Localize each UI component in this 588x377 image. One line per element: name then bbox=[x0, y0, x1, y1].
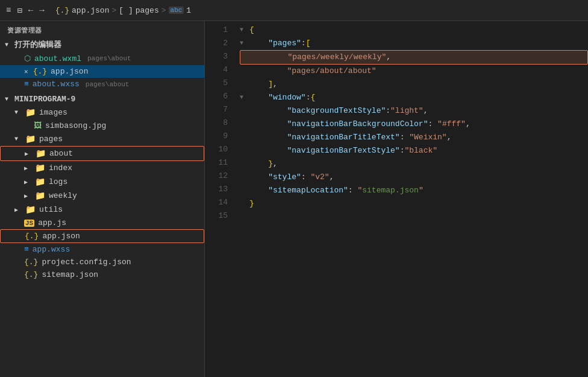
folder-name: weekly bbox=[49, 191, 77, 200]
editor-area: 1 2 3 4 5 6 7 8 9 10 11 12 13 14 15 bbox=[205, 21, 588, 377]
fold-arrow-1[interactable] bbox=[240, 24, 247, 37]
folder-icon: 📁 bbox=[36, 148, 46, 159]
code-token bbox=[249, 118, 287, 131]
breadcrumb-sep-1: > bbox=[111, 6, 116, 15]
ln-1: 1 bbox=[205, 24, 228, 37]
logs-chevron bbox=[24, 179, 31, 186]
file-name: about.wxml bbox=[34, 54, 81, 63]
top-bar-icons: ≡ ⊟ ← → bbox=[6, 5, 45, 16]
file-name: about.wxss bbox=[33, 80, 80, 89]
close-icon[interactable]: ✕ bbox=[24, 68, 28, 75]
breadcrumb-abc-icon: abc bbox=[169, 7, 184, 14]
folder-name: images bbox=[39, 108, 67, 117]
project-section: MINIPROGRAM-9 📁 images 🖼 simbasong.jpg 📁… bbox=[0, 93, 204, 281]
open-editors-section: 打开的编辑器 ⬡ about.wxml pages\about ✕ {.} ap… bbox=[0, 37, 204, 90]
json-icon: {.} bbox=[25, 232, 39, 241]
sidebar-item-simbasong[interactable]: 🖼 simbasong.jpg bbox=[0, 119, 204, 132]
code-token bbox=[249, 144, 287, 157]
sidebar-item-utils[interactable]: 📁 utils bbox=[0, 203, 204, 217]
code-token bbox=[249, 184, 268, 197]
ln-4: 4 bbox=[205, 63, 228, 77]
code-token: , bbox=[447, 131, 452, 144]
sidebar-item-images[interactable]: 📁 images bbox=[0, 106, 204, 119]
folder-icon: 📁 bbox=[25, 204, 36, 215]
code-token bbox=[249, 78, 268, 91]
code-line-15 bbox=[240, 211, 588, 224]
file-name: simbasong.jpg bbox=[45, 121, 106, 130]
image-icon: 🖼 bbox=[34, 121, 42, 130]
folder-icon: 📁 bbox=[35, 191, 45, 201]
folder-name: utils bbox=[39, 205, 63, 214]
file-name: app.json bbox=[42, 232, 80, 241]
sidebar-item-app-json[interactable]: {.} app.json bbox=[0, 229, 204, 243]
code-token: "pages/about/about" bbox=[287, 65, 376, 78]
back-icon[interactable]: ← bbox=[28, 5, 33, 15]
sidebar-item-app-js[interactable]: JS app.js bbox=[0, 217, 204, 229]
ln-8: 8 bbox=[205, 116, 228, 130]
menu-icon[interactable]: ≡ bbox=[6, 5, 11, 15]
folder-name: index bbox=[49, 163, 72, 173]
js-icon: JS bbox=[24, 220, 34, 227]
code-token: : bbox=[306, 91, 311, 104]
code-token: sitemap.json bbox=[362, 184, 419, 197]
code-line-4: "pages/about/about" bbox=[240, 65, 588, 78]
sidebar-item-about-wxss[interactable]: ≡ about.wxss pages\about bbox=[0, 78, 204, 90]
wxss-icon: ≡ bbox=[24, 245, 29, 254]
folder-icon: 📁 bbox=[35, 163, 45, 173]
project-label: MINIPROGRAM-9 bbox=[14, 95, 75, 104]
code-token: , bbox=[424, 104, 428, 118]
code-line-1: { bbox=[240, 24, 588, 37]
sidebar-item-index[interactable]: 📁 index bbox=[0, 161, 204, 175]
folder-name: logs bbox=[49, 177, 67, 186]
open-editors-chevron bbox=[5, 42, 12, 48]
code-token: } bbox=[268, 157, 273, 171]
utils-chevron bbox=[14, 206, 22, 214]
sidebar-item-project-config[interactable]: {.} project.config.json bbox=[0, 256, 204, 268]
file-name: app.js bbox=[38, 218, 66, 227]
code-token: : bbox=[428, 118, 437, 131]
sidebar-item-app-wxss[interactable]: ≡ app.wxss bbox=[0, 243, 204, 256]
open-editors-header[interactable]: 打开的编辑器 bbox=[0, 37, 204, 52]
json-icon: {.} bbox=[33, 67, 47, 76]
code-line-12: "style" : "v2" , bbox=[240, 171, 588, 184]
breadcrumb-array-icon: [ ] bbox=[119, 6, 133, 15]
breadcrumb-pages[interactable]: pages bbox=[136, 6, 159, 15]
code-line-7: "backgroundTextStyle" : "light" , bbox=[240, 104, 588, 118]
code-line-8: "navigationBarBackgroundColor" : "#fff" … bbox=[240, 118, 588, 131]
ln-12: 12 bbox=[205, 169, 228, 183]
code-token bbox=[250, 51, 287, 64]
sidebar-item-weekly[interactable]: 📁 weekly bbox=[0, 189, 204, 203]
code-token: { bbox=[310, 91, 315, 104]
folder-name: about bbox=[49, 149, 73, 158]
forward-icon[interactable]: → bbox=[39, 5, 44, 15]
code-token: : bbox=[301, 37, 306, 50]
ln-5: 5 bbox=[205, 77, 228, 90]
sidebar-item-about-wxml[interactable]: ⬡ about.wxml pages\about bbox=[0, 52, 204, 65]
ln-11: 11 bbox=[205, 156, 228, 169]
wxss-icon: ≡ bbox=[24, 80, 29, 89]
list-icon[interactable]: ⊟ bbox=[17, 5, 22, 16]
code-token: "navigationBarTitleText" bbox=[287, 131, 399, 144]
project-header[interactable]: MINIPROGRAM-9 bbox=[0, 93, 204, 106]
sidebar-item-app-json-open[interactable]: ✕ {.} app.json bbox=[0, 65, 204, 78]
ln-10: 10 bbox=[205, 143, 228, 156]
breadcrumb-index[interactable]: 1 bbox=[186, 6, 191, 15]
code-token: , bbox=[273, 157, 278, 171]
code-token: : bbox=[400, 144, 405, 157]
fold-arrow-2[interactable] bbox=[240, 37, 247, 50]
code-token bbox=[249, 65, 287, 78]
line-numbers: 1 2 3 4 5 6 7 8 9 10 11 12 13 14 15 bbox=[205, 21, 235, 377]
sidebar-item-pages[interactable]: 📁 pages bbox=[0, 132, 204, 146]
file-name: app.wxss bbox=[33, 245, 70, 254]
sidebar-item-sitemap[interactable]: {.} sitemap.json bbox=[0, 268, 204, 281]
code-token: "pages/weekly/weekly" bbox=[287, 51, 386, 64]
code-token: " bbox=[357, 184, 362, 197]
file-path: pages\about bbox=[87, 55, 131, 62]
code-area[interactable]: { "pages" : [ "pages/weekly/weekly" , bbox=[235, 21, 588, 377]
fold-arrow-6[interactable] bbox=[240, 91, 247, 104]
sidebar-item-about[interactable]: 📁 about bbox=[0, 146, 204, 161]
code-token: ] bbox=[268, 78, 273, 91]
breadcrumb-filename[interactable]: app.json bbox=[72, 6, 109, 15]
sidebar-item-logs[interactable]: 📁 logs bbox=[0, 175, 204, 189]
code-token bbox=[249, 37, 268, 50]
